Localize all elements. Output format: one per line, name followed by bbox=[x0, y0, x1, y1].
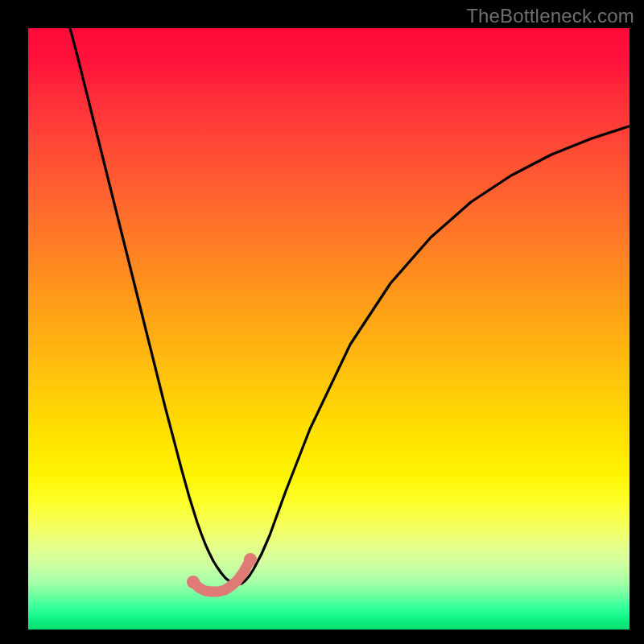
chart-frame: TheBottleneck.com bbox=[0, 0, 644, 644]
svg-point-0 bbox=[187, 576, 200, 588]
curves-svg bbox=[28, 28, 630, 630]
plot-area bbox=[28, 28, 630, 630]
watermark-text: TheBottleneck.com bbox=[466, 5, 634, 27]
svg-point-1 bbox=[244, 553, 257, 566]
